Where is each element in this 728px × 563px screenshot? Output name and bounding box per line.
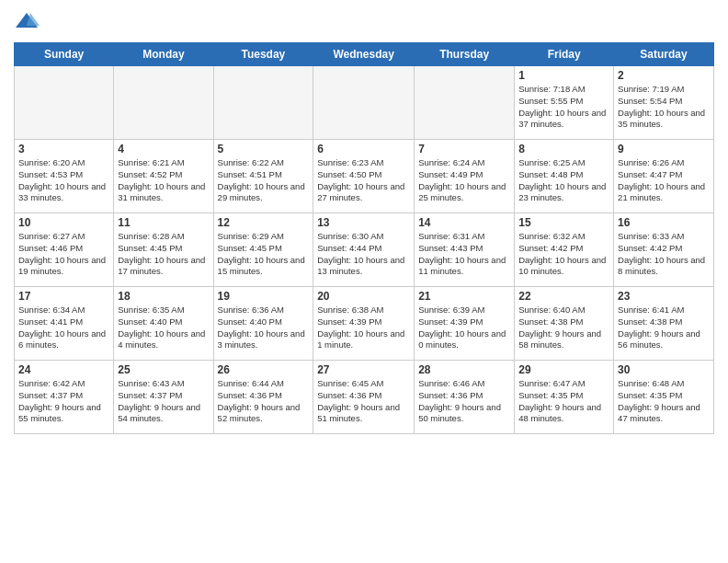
day-number: 23: [618, 290, 710, 303]
calendar-cell: 21Sunrise: 6:39 AM Sunset: 4:39 PM Dayli…: [415, 287, 515, 361]
day-number: 17: [18, 290, 109, 303]
day-header-saturday: Saturday: [614, 43, 714, 66]
calendar-cell: 15Sunrise: 6:32 AM Sunset: 4:42 PM Dayli…: [515, 213, 614, 287]
day-header-monday: Monday: [114, 43, 213, 66]
calendar-cell: 10Sunrise: 6:27 AM Sunset: 4:46 PM Dayli…: [15, 213, 114, 287]
calendar-cell: 1Sunrise: 7:18 AM Sunset: 5:55 PM Daylig…: [515, 66, 614, 140]
calendar-cell: 24Sunrise: 6:42 AM Sunset: 4:37 PM Dayli…: [15, 361, 114, 434]
day-info: Sunrise: 6:43 AM Sunset: 4:37 PM Dayligh…: [118, 378, 209, 425]
day-info: Sunrise: 6:21 AM Sunset: 4:52 PM Dayligh…: [118, 157, 209, 204]
day-number: 10: [18, 216, 109, 229]
day-number: 13: [317, 216, 410, 229]
day-number: 5: [218, 143, 310, 155]
calendar-cell: 16Sunrise: 6:33 AM Sunset: 4:42 PM Dayli…: [614, 213, 714, 287]
day-info: Sunrise: 6:22 AM Sunset: 4:51 PM Dayligh…: [218, 157, 310, 204]
calendar-cell: 14Sunrise: 6:31 AM Sunset: 4:43 PM Dayli…: [415, 213, 515, 287]
day-number: 26: [218, 363, 310, 376]
day-number: 19: [218, 290, 310, 303]
calendar-cell: [313, 66, 415, 140]
day-number: 27: [317, 363, 410, 376]
day-header-sunday: Sunday: [15, 43, 114, 66]
day-header-wednesday: Wednesday: [313, 43, 415, 66]
logo-icon: [14, 9, 40, 35]
day-number: 11: [118, 216, 209, 229]
day-number: 14: [418, 216, 510, 229]
calendar-cell: [213, 66, 313, 140]
day-header-friday: Friday: [515, 43, 614, 66]
calendar-cell: 23Sunrise: 6:41 AM Sunset: 4:38 PM Dayli…: [614, 287, 714, 361]
calendar-cell: [415, 66, 515, 140]
calendar-table: SundayMondayTuesdayWednesdayThursdayFrid…: [14, 42, 714, 434]
day-info: Sunrise: 6:47 AM Sunset: 4:35 PM Dayligh…: [518, 378, 609, 425]
day-info: Sunrise: 6:29 AM Sunset: 4:45 PM Dayligh…: [218, 231, 310, 278]
day-info: Sunrise: 6:20 AM Sunset: 4:53 PM Dayligh…: [18, 157, 109, 204]
day-info: Sunrise: 6:23 AM Sunset: 4:50 PM Dayligh…: [317, 157, 410, 204]
day-number: 18: [118, 290, 209, 303]
day-number: 2: [618, 69, 710, 82]
calendar-cell: 29Sunrise: 6:47 AM Sunset: 4:35 PM Dayli…: [515, 361, 614, 434]
calendar-cell: 22Sunrise: 6:40 AM Sunset: 4:38 PM Dayli…: [515, 287, 614, 361]
day-info: Sunrise: 6:42 AM Sunset: 4:37 PM Dayligh…: [18, 378, 109, 425]
calendar-cell: 18Sunrise: 6:35 AM Sunset: 4:40 PM Dayli…: [114, 287, 213, 361]
calendar-cell: 30Sunrise: 6:48 AM Sunset: 4:35 PM Dayli…: [614, 361, 714, 434]
calendar-cell: 9Sunrise: 6:26 AM Sunset: 4:47 PM Daylig…: [614, 140, 714, 213]
day-info: Sunrise: 7:18 AM Sunset: 5:55 PM Dayligh…: [518, 84, 609, 131]
day-number: 9: [618, 143, 710, 155]
calendar-page: SundayMondayTuesdayWednesdayThursdayFrid…: [0, 0, 728, 563]
day-number: 25: [118, 363, 209, 376]
calendar-cell: 12Sunrise: 6:29 AM Sunset: 4:45 PM Dayli…: [213, 213, 313, 287]
calendar-cell: 8Sunrise: 6:25 AM Sunset: 4:48 PM Daylig…: [515, 140, 614, 213]
day-number: 28: [418, 363, 510, 376]
day-info: Sunrise: 6:27 AM Sunset: 4:46 PM Dayligh…: [18, 231, 109, 278]
calendar-cell: [15, 66, 114, 140]
day-info: Sunrise: 6:35 AM Sunset: 4:40 PM Dayligh…: [118, 304, 209, 351]
header-row: SundayMondayTuesdayWednesdayThursdayFrid…: [15, 43, 714, 66]
logo: [14, 9, 43, 35]
day-info: Sunrise: 6:34 AM Sunset: 4:41 PM Dayligh…: [18, 304, 109, 351]
calendar-body: 1Sunrise: 7:18 AM Sunset: 5:55 PM Daylig…: [15, 66, 714, 434]
day-info: Sunrise: 6:26 AM Sunset: 4:47 PM Dayligh…: [618, 157, 710, 204]
day-number: 1: [518, 69, 609, 82]
day-number: 21: [418, 290, 510, 303]
day-info: Sunrise: 6:40 AM Sunset: 4:38 PM Dayligh…: [518, 304, 609, 351]
day-number: 16: [618, 216, 710, 229]
week-row-1: 3Sunrise: 6:20 AM Sunset: 4:53 PM Daylig…: [15, 140, 714, 213]
day-info: Sunrise: 6:44 AM Sunset: 4:36 PM Dayligh…: [218, 378, 310, 425]
calendar-cell: 17Sunrise: 6:34 AM Sunset: 4:41 PM Dayli…: [15, 287, 114, 361]
day-number: 30: [618, 363, 710, 376]
day-number: 22: [518, 290, 609, 303]
week-row-3: 17Sunrise: 6:34 AM Sunset: 4:41 PM Dayli…: [15, 287, 714, 361]
calendar-cell: 5Sunrise: 6:22 AM Sunset: 4:51 PM Daylig…: [213, 140, 313, 213]
calendar-cell: 13Sunrise: 6:30 AM Sunset: 4:44 PM Dayli…: [313, 213, 415, 287]
svg-marker-1: [27, 13, 40, 26]
day-info: Sunrise: 6:48 AM Sunset: 4:35 PM Dayligh…: [618, 378, 710, 425]
day-info: Sunrise: 6:30 AM Sunset: 4:44 PM Dayligh…: [317, 231, 410, 278]
day-number: 15: [518, 216, 609, 229]
day-info: Sunrise: 6:39 AM Sunset: 4:39 PM Dayligh…: [418, 304, 510, 351]
calendar-cell: 20Sunrise: 6:38 AM Sunset: 4:39 PM Dayli…: [313, 287, 415, 361]
day-info: Sunrise: 7:19 AM Sunset: 5:54 PM Dayligh…: [618, 84, 710, 131]
day-info: Sunrise: 6:33 AM Sunset: 4:42 PM Dayligh…: [618, 231, 710, 278]
day-number: 7: [418, 143, 510, 155]
calendar-header: SundayMondayTuesdayWednesdayThursdayFrid…: [15, 43, 714, 66]
day-info: Sunrise: 6:24 AM Sunset: 4:49 PM Dayligh…: [418, 157, 510, 204]
day-number: 8: [518, 143, 609, 155]
calendar-cell: 28Sunrise: 6:46 AM Sunset: 4:36 PM Dayli…: [415, 361, 515, 434]
day-info: Sunrise: 6:31 AM Sunset: 4:43 PM Dayligh…: [418, 231, 510, 278]
day-header-tuesday: Tuesday: [213, 43, 313, 66]
day-info: Sunrise: 6:45 AM Sunset: 4:36 PM Dayligh…: [317, 378, 410, 425]
day-info: Sunrise: 6:25 AM Sunset: 4:48 PM Dayligh…: [518, 157, 609, 204]
day-info: Sunrise: 6:41 AM Sunset: 4:38 PM Dayligh…: [618, 304, 710, 351]
week-row-2: 10Sunrise: 6:27 AM Sunset: 4:46 PM Dayli…: [15, 213, 714, 287]
day-number: 3: [18, 143, 109, 155]
calendar-cell: 2Sunrise: 7:19 AM Sunset: 5:54 PM Daylig…: [614, 66, 714, 140]
day-number: 24: [18, 363, 109, 376]
week-row-4: 24Sunrise: 6:42 AM Sunset: 4:37 PM Dayli…: [15, 361, 714, 434]
calendar-cell: 7Sunrise: 6:24 AM Sunset: 4:49 PM Daylig…: [415, 140, 515, 213]
day-info: Sunrise: 6:38 AM Sunset: 4:39 PM Dayligh…: [317, 304, 410, 351]
day-info: Sunrise: 6:32 AM Sunset: 4:42 PM Dayligh…: [518, 231, 609, 278]
day-header-thursday: Thursday: [415, 43, 515, 66]
day-info: Sunrise: 6:28 AM Sunset: 4:45 PM Dayligh…: [118, 231, 209, 278]
calendar-cell: 6Sunrise: 6:23 AM Sunset: 4:50 PM Daylig…: [313, 140, 415, 213]
day-number: 12: [218, 216, 310, 229]
